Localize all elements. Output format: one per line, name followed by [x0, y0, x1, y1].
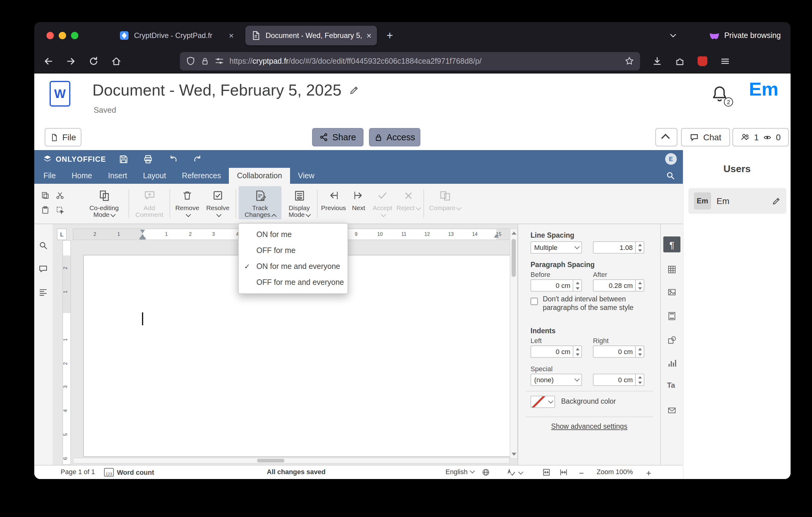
document-language-button[interactable]: English: [445, 468, 474, 475]
word-count-button[interactable]: 123 Word count: [104, 468, 154, 477]
document-title[interactable]: Document - Wed, February 5, 2025: [92, 81, 342, 100]
resolve-comment-button[interactable]: Resolve: [204, 189, 232, 218]
vertical-scrollbar[interactable]: [510, 228, 518, 459]
editor-user-badge[interactable]: E: [665, 153, 677, 165]
fit-width-icon[interactable]: [559, 468, 568, 477]
mail-merge-settings-icon[interactable]: [667, 406, 677, 415]
spellcheck-button[interactable]: [507, 468, 523, 477]
share-button[interactable]: Share: [312, 128, 364, 146]
special-select[interactable]: (none): [530, 374, 582, 386]
downloads-icon[interactable]: [648, 52, 666, 70]
indent-right-spinner[interactable]: 0 cm: [593, 346, 644, 358]
reject-change-button[interactable]: Reject: [396, 189, 420, 211]
menu-hamburger-icon[interactable]: [717, 52, 734, 70]
line-spacing-amount-spinner[interactable]: 1.08: [593, 241, 644, 253]
user-list-button[interactable]: 1 0: [732, 128, 789, 146]
compare-button[interactable]: Compare: [428, 189, 462, 211]
collapse-toolbar-button[interactable]: [655, 128, 677, 146]
tab-cryptdrive[interactable]: CryptDrive - CryptPad.fr ×: [114, 26, 239, 45]
copy-icon[interactable]: [39, 189, 51, 201]
reload-icon[interactable]: [85, 52, 102, 70]
file-button[interactable]: File: [45, 128, 81, 146]
line-spacing-select[interactable]: Multiple: [530, 241, 582, 253]
image-settings-icon[interactable]: [667, 287, 677, 297]
find-icon[interactable]: [38, 241, 48, 250]
spin-up-icon[interactable]: [636, 374, 644, 380]
zoom-level-indicator[interactable]: Zoom 100%: [597, 468, 633, 475]
navigation-panel-icon[interactable]: [38, 288, 48, 297]
menu-home[interactable]: Home: [64, 168, 100, 184]
next-change-button[interactable]: Next: [348, 189, 369, 211]
cut-icon[interactable]: [54, 189, 66, 201]
spacing-before-spinner[interactable]: 0 cm: [530, 279, 582, 292]
table-settings-icon[interactable]: [667, 265, 677, 274]
background-color-swatch[interactable]: [530, 396, 547, 408]
fit-page-icon[interactable]: [542, 468, 551, 477]
tab-close-icon[interactable]: ×: [229, 31, 234, 40]
redo-icon[interactable]: [192, 154, 203, 165]
textart-settings-icon[interactable]: Ta: [667, 381, 675, 389]
coediting-mode-button[interactable]: Co-editing Mode: [84, 189, 124, 218]
back-icon[interactable]: [40, 52, 57, 70]
spin-up-icon[interactable]: [573, 280, 581, 285]
chat-button[interactable]: Chat: [681, 128, 730, 146]
minimize-window-button[interactable]: [59, 32, 66, 39]
previous-change-button[interactable]: Previous: [320, 189, 347, 211]
chart-settings-icon[interactable]: [667, 358, 677, 368]
extensions-icon[interactable]: [671, 52, 688, 70]
first-line-indent-marker[interactable]: [140, 230, 145, 234]
list-all-tabs-icon[interactable]: [668, 31, 677, 40]
spin-down-icon[interactable]: [573, 285, 581, 291]
close-window-button[interactable]: [47, 32, 54, 39]
notifications-bell-icon[interactable]: 2: [711, 84, 732, 107]
indent-left-spinner[interactable]: 0 cm: [530, 346, 582, 358]
zoom-window-button[interactable]: [71, 32, 78, 39]
tab-stop-selector[interactable]: L: [57, 228, 67, 240]
vertical-scroll-thumb[interactable]: [512, 239, 516, 277]
horizontal-scrollbar[interactable]: [73, 458, 510, 464]
print-icon[interactable]: [143, 154, 153, 165]
right-indent-marker[interactable]: [494, 234, 499, 238]
spin-up-icon[interactable]: [573, 346, 581, 352]
dropdown-item-off-for-everyone[interactable]: OFF for me and everyone: [239, 274, 348, 290]
spin-down-icon[interactable]: [636, 285, 644, 291]
menu-references[interactable]: References: [174, 168, 229, 184]
paragraph-settings-icon[interactable]: ¶: [663, 237, 680, 252]
left-indent-box[interactable]: [140, 238, 146, 240]
forward-icon[interactable]: [62, 52, 80, 70]
comments-panel-icon[interactable]: [38, 265, 48, 274]
show-advanced-settings-link[interactable]: Show advanced settings: [518, 423, 660, 430]
interval-checkbox[interactable]: [530, 298, 538, 305]
spin-up-icon[interactable]: [636, 280, 644, 285]
add-comment-button[interactable]: Add Comment: [132, 189, 167, 218]
url-text[interactable]: https://cryptpad.fr/doc/#/3/doc/edit/ff0…: [229, 57, 620, 65]
tab-document[interactable]: Document - Wed, February 5, 2 ×: [245, 26, 377, 45]
paste-icon[interactable]: [39, 204, 51, 216]
connection-lock-icon[interactable]: [201, 57, 209, 65]
save-icon[interactable]: [118, 154, 129, 165]
special-amount-spinner[interactable]: 0 cm: [593, 374, 644, 386]
display-mode-button[interactable]: Display Mode: [284, 189, 315, 218]
menu-insert[interactable]: Insert: [100, 168, 135, 184]
horizontal-scroll-thumb[interactable]: [257, 459, 285, 462]
scroll-up-arrow[interactable]: [512, 232, 517, 235]
page-number-indicator[interactable]: Page 1 of 1: [61, 468, 95, 475]
language-globe-icon[interactable]: [482, 468, 490, 477]
remove-comment-button[interactable]: Remove: [173, 189, 201, 218]
spin-down-icon[interactable]: [636, 352, 644, 357]
menu-collaboration[interactable]: Collaboration: [229, 168, 290, 184]
edit-name-icon[interactable]: [772, 196, 781, 206]
permissions-icon[interactable]: [215, 56, 224, 65]
dropdown-item-off-for-me[interactable]: OFF for me: [239, 243, 348, 258]
bookmark-star-icon[interactable]: [625, 56, 634, 65]
accept-change-button[interactable]: Accept: [370, 189, 395, 218]
select-all-icon[interactable]: [54, 204, 66, 216]
tab-close-icon[interactable]: ×: [367, 31, 371, 40]
dropdown-item-on-for-everyone[interactable]: ✓ON for me and everyone: [239, 258, 348, 274]
editor-search-icon[interactable]: [666, 171, 675, 180]
shape-settings-icon[interactable]: [667, 335, 677, 345]
edit-title-icon[interactable]: [349, 85, 359, 96]
spin-down-icon[interactable]: [573, 352, 581, 357]
menu-file[interactable]: File: [35, 168, 64, 184]
menu-layout[interactable]: Layout: [135, 168, 174, 184]
